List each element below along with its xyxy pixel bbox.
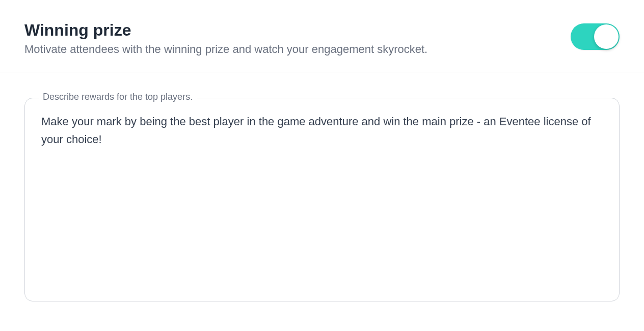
rewards-label: Describe rewards for the top players. — [39, 92, 197, 102]
section-title: Winning prize — [24, 20, 571, 40]
toggle-knob — [594, 24, 619, 49]
section-subtitle: Motivate attendees with the winning priz… — [24, 42, 571, 58]
rewards-field: Describe rewards for the top players. — [24, 98, 620, 304]
winning-prize-toggle[interactable] — [571, 23, 620, 50]
title-block: Winning prize Motivate attendees with th… — [24, 20, 571, 58]
rewards-textarea[interactable] — [24, 98, 620, 301]
form-content: Describe rewards for the top players. — [0, 72, 644, 316]
section-header: Winning prize Motivate attendees with th… — [0, 0, 644, 72]
